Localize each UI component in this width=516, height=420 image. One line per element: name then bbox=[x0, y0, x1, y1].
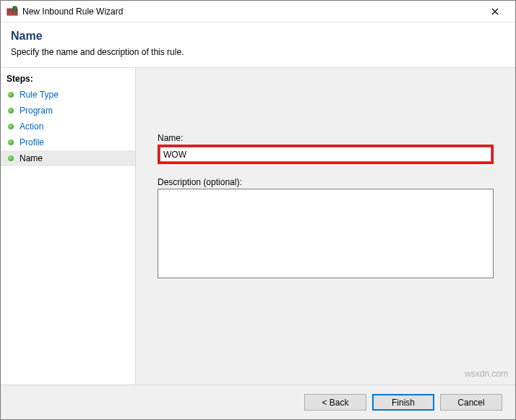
steps-sidebar: Steps: Rule Type Program Action Profile … bbox=[1, 68, 135, 385]
step-label: Profile bbox=[20, 137, 44, 147]
titlebar: New Inbound Rule Wizard bbox=[1, 1, 515, 22]
step-bullet-icon bbox=[8, 92, 14, 98]
step-label: Program bbox=[20, 106, 53, 116]
step-bullet-icon bbox=[8, 155, 14, 161]
step-bullet-icon bbox=[8, 140, 14, 145]
rule-name-input[interactable] bbox=[160, 147, 491, 162]
cancel-button[interactable]: Cancel bbox=[440, 394, 502, 411]
description-label: Description (optional): bbox=[158, 177, 494, 187]
step-program[interactable]: Program bbox=[1, 103, 135, 119]
step-bullet-icon bbox=[8, 108, 14, 113]
step-label: Rule Type bbox=[20, 90, 59, 100]
page-title: Name bbox=[11, 30, 505, 43]
rule-description-input[interactable] bbox=[158, 189, 494, 278]
page-subtitle: Specify the name and description of this… bbox=[11, 47, 505, 57]
steps-heading: Steps: bbox=[1, 72, 135, 87]
step-bullet-icon bbox=[8, 124, 14, 129]
step-label: Action bbox=[20, 121, 43, 132]
name-label: Name: bbox=[158, 133, 494, 143]
wizard-header: Name Specify the name and description of… bbox=[1, 22, 515, 68]
firewall-app-icon bbox=[7, 6, 18, 17]
wizard-footer: < Back Finish Cancel bbox=[1, 385, 515, 419]
finish-button[interactable]: Finish bbox=[372, 394, 434, 411]
window-title: New Inbound Rule Wizard bbox=[22, 7, 481, 17]
back-button[interactable]: < Back bbox=[304, 394, 366, 411]
name-highlight-box bbox=[158, 145, 494, 164]
close-button[interactable] bbox=[481, 1, 509, 22]
wizard-window: New Inbound Rule Wizard Name Specify the… bbox=[0, 0, 516, 420]
step-label: Name bbox=[20, 153, 43, 163]
step-action[interactable]: Action bbox=[1, 119, 135, 134]
step-name[interactable]: Name bbox=[1, 150, 135, 166]
step-rule-type[interactable]: Rule Type bbox=[1, 87, 135, 103]
main-panel: Name: Description (optional): bbox=[135, 68, 515, 385]
step-profile[interactable]: Profile bbox=[1, 134, 135, 150]
